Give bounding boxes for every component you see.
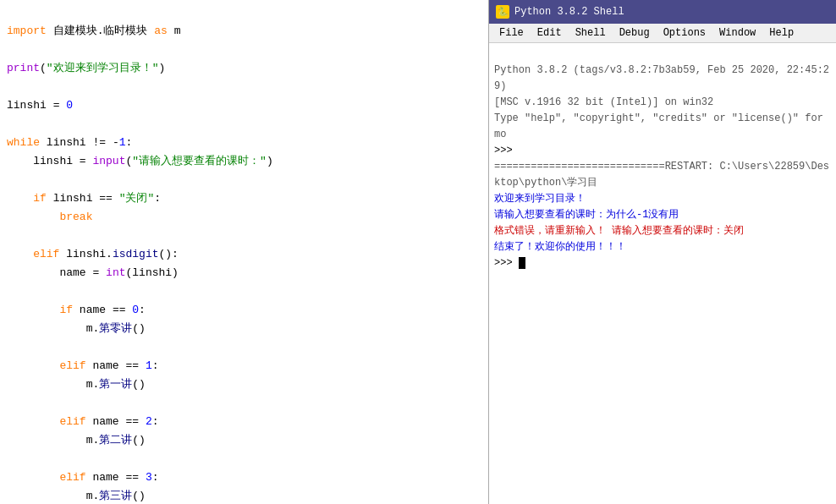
output3: 格式错误，请重新输入！ 请输入想要查看的课时：关闭 (494, 225, 744, 237)
menu-window[interactable]: Window (712, 25, 762, 41)
code-content: import 自建模块.临时模块 as m print("欢迎来到学习目录！")… (0, 0, 488, 504)
menu-file[interactable]: File (492, 25, 531, 41)
separator-line: ============================RESTART: C:\… (494, 161, 829, 189)
python-icon: 🐍 (496, 5, 509, 19)
menu-shell[interactable]: Shell (569, 25, 613, 41)
output2: 请输入想要查看的课时：为什么-1没有用 (494, 209, 679, 221)
menu-debug[interactable]: Debug (613, 25, 657, 41)
shell-titlebar: 🐍 Python 3.8.2 Shell (489, 0, 836, 24)
shell-content[interactable]: Python 3.8.2 (tags/v3.8.2:7b3ab59, Feb 2… (489, 43, 836, 504)
output4: 结束了！欢迎你的使用！！！ (494, 241, 626, 253)
shell-title: Python 3.8.2 Shell (514, 6, 624, 18)
version-line1: Python 3.8.2 (tags/v3.8.2:7b3ab59, Feb 2… (494, 64, 829, 92)
prompt2: >>> (494, 257, 519, 269)
cursor (519, 257, 525, 269)
prompt1: >>> (494, 145, 513, 156)
type-hint: Type "help", "copyright", "credits" or "… (494, 112, 829, 140)
shell-panel: 🐍 Python 3.8.2 Shell File Edit Shell Deb… (489, 0, 836, 504)
shell-menubar[interactable]: File Edit Shell Debug Options Window Hel… (489, 24, 836, 43)
output1: 欢迎来到学习目录！ (494, 193, 586, 205)
version-line2: [MSC v.1916 32 bit (Intel)] on win32 (494, 96, 713, 108)
menu-options[interactable]: Options (657, 25, 712, 41)
menu-edit[interactable]: Edit (531, 25, 569, 41)
menu-help[interactable]: Help (762, 25, 800, 41)
code-editor[interactable]: import 自建模块.临时模块 as m print("欢迎来到学习目录！")… (0, 0, 489, 504)
